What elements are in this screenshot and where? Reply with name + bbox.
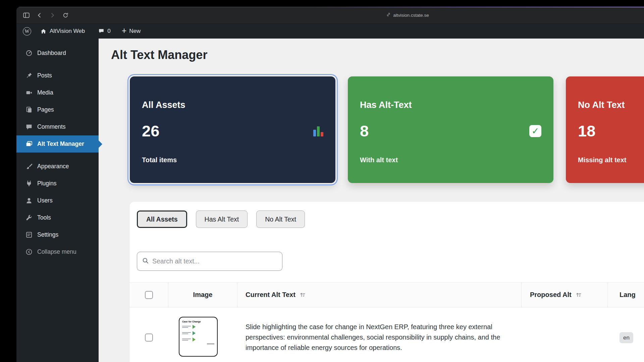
- main-content: Alt Text Manager All Assets 26 Total ite…: [99, 39, 644, 362]
- row-image-cell: Case for Change: [168, 307, 237, 362]
- column-header-image: Image: [168, 283, 237, 307]
- url-text: altvision.cstate.se: [393, 13, 429, 18]
- lang-cell: en: [608, 307, 644, 362]
- sidebar-item-tools[interactable]: Tools: [16, 209, 99, 226]
- sidebar-item-alt-text-manager[interactable]: Alt Text Manager: [16, 135, 99, 153]
- filter-buttons: All Assets Has Alt Text No Alt Text: [137, 210, 305, 228]
- column-header-label: Current Alt Text: [246, 291, 296, 299]
- pin-icon: [25, 72, 33, 80]
- stat-card-caption: With alt text: [360, 156, 541, 164]
- admin-bar-site-menu[interactable]: AltVision Web: [40, 28, 85, 35]
- sidebar-item-label: Comments: [37, 123, 66, 130]
- search-icon: [142, 257, 149, 265]
- stats-cards: All Assets 26 Total items Has Alt-Text 8…: [130, 76, 644, 183]
- pages-icon: [25, 106, 33, 114]
- sidebar-item-label: Pages: [37, 106, 54, 113]
- row-select-cell: [129, 307, 168, 362]
- comments-count: 0: [107, 28, 110, 35]
- admin-bar-new-menu[interactable]: + New: [122, 27, 141, 35]
- select-all-checkbox[interactable]: [145, 291, 153, 299]
- column-header-proposed-alt: Proposed Alt: [522, 283, 608, 307]
- thumbnail-footer-mark: [207, 344, 214, 344]
- sidebar-item-comments[interactable]: Comments: [16, 118, 99, 135]
- sidebar-item-plugins[interactable]: Plugins: [16, 175, 99, 192]
- stat-card-caption: Missing alt text: [578, 156, 644, 164]
- column-header-label: Proposed Alt: [530, 291, 572, 299]
- window-top-highlight: [16, 7, 644, 7]
- column-header-lang: Lang: [608, 283, 644, 307]
- reload-button[interactable]: [61, 11, 70, 19]
- collapse-arrow-icon: [25, 248, 33, 256]
- browser-window: altvision.cstate.se W AltVision Web 0 + …: [16, 7, 644, 362]
- stat-card-value: 18: [578, 123, 595, 139]
- bar-chart-icon: [313, 126, 323, 136]
- wordpress-logo-icon[interactable]: W: [23, 27, 31, 36]
- sidebar-item-appearance[interactable]: Appearance: [16, 158, 99, 175]
- sidebar-item-label: Tools: [37, 214, 51, 221]
- sidebar-item-label: Settings: [37, 231, 58, 238]
- sidebar-item-posts[interactable]: Posts: [16, 67, 99, 84]
- admin-bar-comments[interactable]: 0: [98, 28, 110, 35]
- page-title: Alt Text Manager: [111, 48, 207, 62]
- stat-card-value: 26: [142, 123, 159, 139]
- tools-icon: [25, 214, 33, 222]
- select-all-cell: [129, 283, 168, 307]
- users-icon: [25, 197, 33, 205]
- sidebar-item-pages[interactable]: Pages: [16, 101, 99, 118]
- filter-has-alt-text-button[interactable]: Has Alt Text: [196, 210, 248, 228]
- stat-card-no-alt-text[interactable]: No Alt Text 18 Missing alt text: [566, 76, 644, 183]
- menu-separator: [16, 62, 99, 67]
- browser-toolbar: altvision.cstate.se: [16, 7, 644, 24]
- filter-all-assets-button[interactable]: All Assets: [137, 210, 187, 228]
- stat-card-title: No Alt Text: [578, 100, 644, 110]
- current-alt-text-cell: Slide highlighting the case for change i…: [237, 307, 522, 362]
- column-header-current-alt: Current Alt Text: [237, 283, 522, 307]
- forward-button[interactable]: [48, 11, 57, 19]
- sidebar-item-label: Appearance: [37, 163, 69, 170]
- address-bar[interactable]: altvision.cstate.se: [386, 12, 429, 18]
- home-icon: [40, 28, 47, 35]
- sidebar-item-label: Posts: [37, 72, 52, 79]
- search-box[interactable]: [137, 252, 282, 271]
- sidebar-item-label: Plugins: [37, 180, 56, 187]
- sidebar-item-label: Media: [37, 89, 53, 96]
- back-button[interactable]: [35, 11, 44, 19]
- plugins-icon: [25, 180, 33, 188]
- sidebar-item-dashboard[interactable]: Dashboard: [16, 45, 99, 62]
- asset-thumbnail[interactable]: Case for Change: [179, 317, 218, 357]
- wp-admin-bar: W AltVision Web 0 + New: [16, 24, 644, 39]
- sidebar-item-label: Users: [37, 197, 53, 204]
- sidebar-item-users[interactable]: Users: [16, 192, 99, 209]
- search-input[interactable]: [152, 257, 277, 265]
- sidebar-item-media[interactable]: Media: [16, 84, 99, 101]
- new-label: New: [129, 28, 141, 35]
- sidebar-item-settings[interactable]: Settings: [16, 226, 99, 243]
- assets-table: Image Current Alt Text Proposed Alt: [129, 282, 644, 362]
- column-header-label: Lang: [620, 291, 636, 299]
- menu-separator: [16, 153, 99, 158]
- stat-card-has-alt-text[interactable]: Has Alt-Text 8 ✓ With alt text: [348, 76, 553, 183]
- wp-body: Dashboard Posts Media Pages: [16, 39, 644, 362]
- check-icon: ✓: [529, 125, 541, 137]
- sidebar-toggle-button[interactable]: [22, 11, 31, 19]
- comments-icon: [25, 123, 33, 131]
- wp-admin-sidebar: Dashboard Posts Media Pages: [16, 39, 99, 362]
- link-icon: [386, 12, 391, 18]
- stat-card-all-assets[interactable]: All Assets 26 Total items: [130, 76, 335, 183]
- filter-no-alt-text-button[interactable]: No Alt Text: [256, 210, 305, 228]
- column-header-label: Image: [193, 291, 213, 299]
- proposed-alt-cell: [522, 307, 608, 362]
- images-icon: [25, 140, 33, 148]
- assets-panel: All Assets Has Alt Text No Alt Text: [129, 202, 644, 362]
- stat-card-title: Has Alt-Text: [360, 100, 541, 110]
- thumbnail-slide-title: Case for Change: [182, 320, 214, 323]
- sort-icon[interactable]: [300, 292, 306, 298]
- sidebar-collapse-menu[interactable]: Collapse menu: [16, 243, 99, 260]
- table-row: Case for Change Slide highlighting th: [129, 307, 644, 362]
- row-checkbox[interactable]: [145, 334, 153, 342]
- sidebar-item-label: Dashboard: [37, 50, 66, 57]
- stat-card-value: 8: [360, 123, 369, 139]
- sort-icon[interactable]: [576, 292, 582, 298]
- browser-nav-controls: [22, 11, 70, 19]
- stat-card-title: All Assets: [142, 100, 323, 110]
